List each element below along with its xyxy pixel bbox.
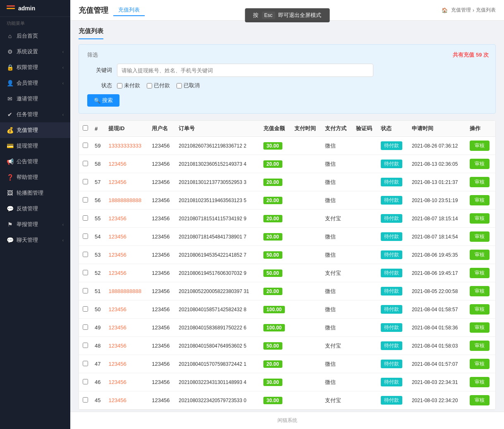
row-checkbox-2[interactable] bbox=[79, 173, 91, 191]
row-amount-9: 100.00 bbox=[260, 300, 291, 319]
filter-panel-title: 筛选 bbox=[87, 51, 487, 59]
permissions-label: 权限管理 bbox=[17, 64, 59, 71]
status-unpaid-checkbox[interactable] bbox=[117, 83, 122, 88]
row-action-9[interactable]: 审核 bbox=[466, 300, 495, 319]
row-id-9[interactable]: 123456 bbox=[105, 300, 148, 319]
select-all-checkbox[interactable] bbox=[83, 125, 88, 131]
table-body: 59 13333333333 123456 202108260736121983… bbox=[79, 137, 495, 410]
row-action-7[interactable]: 审核 bbox=[466, 264, 495, 282]
breadcrumb-current: 充值列表 bbox=[476, 7, 496, 14]
row-id-5[interactable]: 123456 bbox=[105, 228, 148, 246]
row-checkbox-7[interactable] bbox=[79, 264, 91, 282]
row-checkbox-3[interactable] bbox=[79, 191, 91, 210]
page-title: 充值管理 bbox=[79, 5, 108, 15]
sidebar-item-announcements[interactable]: 📢 公告管理 bbox=[0, 154, 70, 169]
row-action-14[interactable]: 审核 bbox=[466, 391, 495, 410]
status-paid[interactable]: 已付款 bbox=[147, 82, 170, 89]
audit-button-1[interactable]: 审核 bbox=[470, 159, 490, 169]
row-checkbox-13[interactable] bbox=[79, 373, 91, 391]
row-checkbox-9[interactable] bbox=[79, 300, 91, 319]
chevron-icon: ‹ bbox=[62, 50, 64, 54]
sidebar-item-tasks[interactable]: ✔ 任务管理 ‹ bbox=[0, 107, 70, 122]
row-checkbox-5[interactable] bbox=[79, 228, 91, 246]
sidebar-item-feedback[interactable]: 💬 反馈管理 bbox=[0, 201, 70, 217]
row-checkbox-10[interactable] bbox=[79, 319, 91, 337]
row-action-13[interactable]: 审核 bbox=[466, 373, 495, 391]
row-pay-time-0 bbox=[291, 137, 322, 155]
row-checkbox-0[interactable] bbox=[79, 137, 91, 155]
audit-button-2[interactable]: 审核 bbox=[470, 177, 490, 187]
row-action-1[interactable]: 审核 bbox=[466, 155, 495, 173]
announcements-icon: 📢 bbox=[7, 158, 13, 165]
row-id-2[interactable]: 123456 bbox=[105, 173, 148, 191]
row-action-6[interactable]: 审核 bbox=[466, 246, 495, 264]
search-button[interactable]: 🔍 搜索 bbox=[87, 94, 119, 107]
row-checkbox-4[interactable] bbox=[79, 210, 91, 228]
row-checkbox-1[interactable] bbox=[79, 155, 91, 173]
audit-button-8[interactable]: 审核 bbox=[470, 286, 490, 296]
row-id-0[interactable]: 13333333333 bbox=[105, 137, 148, 155]
row-id-6[interactable]: 123456 bbox=[105, 246, 148, 264]
sidebar-item-permissions[interactable]: 🔒 权限管理 ‹ bbox=[0, 60, 70, 75]
status-cancelled-checkbox[interactable] bbox=[177, 83, 182, 88]
keyword-input[interactable] bbox=[117, 64, 373, 77]
row-checkbox-11[interactable] bbox=[79, 337, 91, 355]
status-unpaid[interactable]: 未付款 bbox=[117, 82, 140, 89]
row-action-2[interactable]: 审核 bbox=[466, 173, 495, 191]
row-id-10[interactable]: 123456 bbox=[105, 319, 148, 337]
status-paid-checkbox[interactable] bbox=[147, 83, 152, 88]
audit-button-14[interactable]: 审核 bbox=[470, 395, 490, 405]
audit-button-7[interactable]: 审核 bbox=[470, 268, 490, 278]
row-action-3[interactable]: 审核 bbox=[466, 191, 495, 210]
row-action-5[interactable]: 审核 bbox=[466, 228, 495, 246]
dashboard-label: 后台首页 bbox=[17, 32, 64, 40]
tasks-icon: ✔ bbox=[7, 111, 13, 118]
audit-button-3[interactable]: 审核 bbox=[470, 195, 490, 205]
audit-button-12[interactable]: 审核 bbox=[470, 359, 490, 369]
audit-button-13[interactable]: 审核 bbox=[470, 377, 490, 387]
audit-button-5[interactable]: 审核 bbox=[470, 231, 490, 242]
row-checkbox-6[interactable] bbox=[79, 246, 91, 264]
row-id-7[interactable]: 123456 bbox=[105, 264, 148, 282]
sidebar-item-members[interactable]: 👤 会员管理 ‹ bbox=[0, 75, 70, 91]
row-action-4[interactable]: 审核 bbox=[466, 210, 495, 228]
sidebar-item-system[interactable]: ⚙ 系统设置 ‹ bbox=[0, 44, 70, 60]
row-id-4[interactable]: 123456 bbox=[105, 210, 148, 228]
tab-recharge-list[interactable]: 充值列表 bbox=[113, 5, 145, 16]
row-action-11[interactable]: 审核 bbox=[466, 337, 495, 355]
table-row: 56 18888888888 123456 202108102351194635… bbox=[79, 191, 495, 210]
sidebar-item-help[interactable]: ❓ 帮助管理 bbox=[0, 169, 70, 185]
system-icon: ⚙ bbox=[7, 48, 13, 55]
status-cancelled[interactable]: 已取消 bbox=[177, 82, 200, 89]
audit-button-10[interactable]: 审核 bbox=[470, 322, 490, 333]
footer-text: 闲猫系统 bbox=[277, 417, 297, 423]
row-id-8[interactable]: 18888888888 bbox=[105, 282, 148, 300]
row-action-0[interactable]: 审核 bbox=[466, 137, 495, 155]
row-action-10[interactable]: 审核 bbox=[466, 319, 495, 337]
row-id-11[interactable]: 123456 bbox=[105, 337, 148, 355]
audit-button-4[interactable]: 审核 bbox=[470, 213, 490, 224]
row-id-13[interactable]: 123456 bbox=[105, 373, 148, 391]
audit-button-9[interactable]: 审核 bbox=[470, 304, 490, 315]
row-action-12[interactable]: 审核 bbox=[466, 355, 495, 373]
audit-button-11[interactable]: 审核 bbox=[470, 341, 490, 351]
row-checkbox-12[interactable] bbox=[79, 355, 91, 373]
row-verify-code-12 bbox=[353, 355, 377, 373]
sidebar-item-dashboard[interactable]: ⌂ 后台首页 bbox=[0, 28, 70, 44]
row-checkbox-14[interactable] bbox=[79, 391, 91, 410]
row-id-3[interactable]: 18888888888 bbox=[105, 191, 148, 210]
sidebar-item-carousel[interactable]: 🖼 轮播图管理 bbox=[0, 185, 70, 201]
sidebar-item-recharge[interactable]: 💰 充值管理 bbox=[0, 122, 70, 138]
sidebar-item-chat[interactable]: 💬 聊天管理 ‹ bbox=[0, 232, 70, 248]
audit-button-0[interactable]: 审核 bbox=[470, 141, 490, 151]
sidebar-item-withdraw[interactable]: 💳 提现管理 bbox=[0, 138, 70, 154]
row-id-14[interactable]: 123456 bbox=[105, 391, 148, 410]
audit-button-6[interactable]: 审核 bbox=[470, 250, 490, 260]
row-verify-code-13 bbox=[353, 373, 377, 391]
sidebar-item-reports[interactable]: ⚑ 举报管理 ‹ bbox=[0, 217, 70, 232]
row-id-1[interactable]: 123456 bbox=[105, 155, 148, 173]
row-id-12[interactable]: 123456 bbox=[105, 355, 148, 373]
row-action-8[interactable]: 审核 bbox=[466, 282, 495, 300]
sidebar-item-invitations[interactable]: ✉ 邀请管理 bbox=[0, 91, 70, 107]
row-checkbox-8[interactable] bbox=[79, 282, 91, 300]
